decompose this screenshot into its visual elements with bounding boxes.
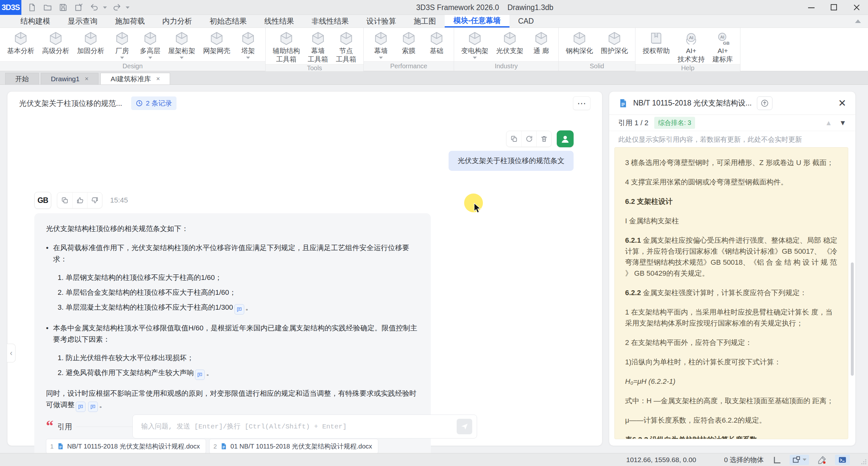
undo-dropdown-chevron-icon[interactable] (103, 6, 107, 9)
tab-close-icon[interactable]: × (156, 75, 160, 82)
ucs-axis-icon[interactable] (772, 455, 781, 464)
ribbon-group-label: Industry (454, 61, 558, 71)
doc-paragraph: 3 檩条选用冷弯薄壁型钢时，可采用槽形、Z 形或卷边 U 形 截面； (625, 157, 838, 168)
ai-closing: 同时，设计时应根据不影响正常使用和观感的原则，对变形限值进行相应的规定和适当调整… (46, 388, 419, 412)
send-button[interactable] (457, 419, 472, 434)
delete-button[interactable] (536, 131, 551, 146)
ribbon-item-curtain-wall[interactable]: 幕墙 (367, 30, 395, 60)
snap-tool-icon[interactable] (817, 455, 827, 464)
close-panel-icon[interactable]: ✕ (838, 97, 846, 109)
ribbon-item-cable-membrane[interactable]: 索膜 (395, 30, 423, 56)
maximize-button[interactable] (823, 0, 845, 15)
next-reference-icon[interactable]: ▼ (839, 119, 846, 127)
citation-marker[interactable] (195, 370, 205, 380)
citation-marker[interactable] (88, 402, 98, 412)
ribbon-item-license-help[interactable]: 授权帮助 (639, 30, 674, 56)
status-bar: 1012.66, 1559.68, 0.00 0 选择的物体 (0, 453, 868, 466)
command-line-button[interactable] (835, 455, 850, 465)
doc-paragraph: 6.2.1 金属支架柱应按偏心受压构件进行强度、整体稳定、局部 稳定计算，并应符… (625, 235, 838, 279)
doc-paragraph: 1 在支架结构平面内，当采用单柱时应按悬臂柱确定计算长 度，当采用支架结构体系时… (625, 307, 838, 329)
quote-bubble-icon (197, 372, 203, 378)
tab-drawing1[interactable]: Drawing1× (41, 73, 98, 85)
tab-ai-standard-library[interactable]: AI建筑标准库× (100, 73, 170, 85)
redo-button[interactable] (112, 2, 122, 13)
menu-linear-result[interactable]: 线性结果 (255, 15, 303, 28)
menu-design-check[interactable]: 设计验算 (358, 15, 405, 28)
citation-chips: 1 NB/T 10115-2018 光伏支架结构设计规程.docx 2 01 N… (46, 439, 419, 454)
bullet1-list: 单层钢支架结构的柱顶位移不应大于柱高的1/60； 单层铝合金支架结构的柱顶位移不… (58, 272, 419, 314)
citation-file-chip[interactable]: 2 01 NB/T 10115-2018 光伏支架结构设计规程.docx (209, 439, 378, 454)
menu-initial-state-result[interactable]: 初始态结果 (201, 15, 255, 28)
doc-nav-bar: 引用 1 / 2 综合排名: 3 ▲ ▼ (609, 115, 856, 131)
ribbon-item-advanced-analysis[interactable]: 高级分析 (38, 30, 73, 56)
selection-mode-button[interactable] (789, 455, 809, 465)
open-file-button[interactable] (42, 2, 53, 13)
scrollbar-thumb[interactable] (851, 262, 854, 376)
ribbon-item-roof-truss[interactable]: 屋架桁架 (164, 30, 199, 60)
undo-button[interactable] (89, 2, 100, 13)
ribbon-item-steel-detailing[interactable]: 钢构深化 (562, 30, 597, 56)
ribbon-item-reinforcement-analysis[interactable]: 加固分析 (73, 30, 108, 56)
save-button[interactable] (58, 2, 69, 13)
minimize-button[interactable] (800, 0, 823, 15)
ribbon-item-tower[interactable]: 塔架 (234, 30, 262, 60)
bullet-text: 本条中金属支架结构柱顶水平位移限值取值H/60，是根据近年来国内已建金属支架结构… (53, 322, 419, 345)
tab-close-icon[interactable]: × (85, 75, 89, 82)
ribbon-item-curtain-wall-toolbox[interactable]: 幕墙工具箱 (304, 30, 332, 64)
node-frame-icon (338, 30, 354, 46)
menu-cad[interactable]: CAD (509, 15, 543, 28)
menu-module-curtain-wall[interactable]: 模块-任意幕墙 (445, 15, 509, 28)
ribbon-item-envelope-detailing[interactable]: 围护深化 (597, 30, 632, 56)
open-source-button[interactable] (757, 96, 772, 110)
doc-heading: 6.2 支架柱设计 (625, 196, 838, 207)
ribbon: 基本分析 高级分析 加固分析 厂房 多高层 屋架桁架 网架网壳 塔架 Desig… (0, 28, 868, 71)
tab-start[interactable]: 开始 (5, 73, 39, 85)
ribbon-group-label: Performance (364, 61, 454, 71)
previous-reference-icon[interactable]: ▲ (825, 119, 832, 127)
list-item: 防止光伏组件在较大水平位移出现损坏； (58, 352, 419, 363)
more-button[interactable]: ⋯ (573, 96, 590, 110)
menu-apply-load[interactable]: 施加荷载 (106, 15, 154, 28)
redo-dropdown-chevron-icon[interactable] (126, 6, 129, 9)
menu-structure-modeling[interactable]: 结构建模 (12, 15, 59, 28)
app-logo[interactable]: 3D3S (0, 0, 21, 15)
ribbon-item-substation-frame[interactable]: 变电构架 (457, 30, 492, 60)
new-file-button[interactable] (27, 2, 37, 13)
thumbs-down-button[interactable] (87, 193, 102, 208)
ribbon-item-multi-highrise[interactable]: 多高层 (136, 30, 164, 60)
steel-joint-icon (571, 30, 588, 46)
ribbon-collapse-icon[interactable] (855, 20, 861, 23)
close-button[interactable] (845, 0, 868, 15)
menu-construction-drawing[interactable]: 施工图 (405, 15, 445, 28)
records-badge[interactable]: 2 条记录 (131, 96, 177, 110)
regenerate-button[interactable] (522, 131, 536, 146)
ribbon-item-pv-support[interactable]: 光伏支架 (492, 30, 527, 56)
chat-header: 光伏支架关于柱顶位移的规范... 2 条记录 ⋯ (7, 92, 602, 115)
ribbon-item-foundation[interactable]: 基础 (423, 30, 451, 56)
menu-internal-force-analysis[interactable]: 内力分析 (154, 15, 201, 28)
citation-marker[interactable] (76, 402, 86, 412)
copy-button[interactable] (57, 193, 72, 208)
ribbon-item-node-toolbox[interactable]: 节点工具箱 (332, 30, 360, 64)
message-timestamp: 15:45 (110, 196, 128, 204)
ribbon-item-workshop[interactable]: 厂房 (108, 30, 136, 60)
save-as-button[interactable] (73, 2, 84, 13)
ribbon-item-grid-shell[interactable]: 网架网壳 (199, 30, 234, 56)
ribbon-item-basic-analysis[interactable]: 基本分析 (3, 30, 38, 56)
dropdown-chevron-icon (148, 57, 152, 59)
ribbon-item-auxiliary-structure-toolbox[interactable]: 辅助结构工具箱 (269, 30, 304, 64)
question-input[interactable] (141, 423, 457, 430)
citation-marker[interactable] (235, 304, 244, 314)
list-item: 单层铝合金支架结构的柱顶位移不应大于柱高的1/60； (58, 287, 419, 298)
menu-nonlinear-result[interactable]: 非线性结果 (303, 15, 358, 28)
ribbon-item-gallery[interactable]: 通 廊 (527, 30, 555, 56)
copy-button[interactable] (506, 131, 522, 146)
menu-display-query[interactable]: 显示查询 (59, 15, 106, 28)
citation-file-chip[interactable]: 1 NB/T 10115-2018 光伏支架结构设计规程.docx (46, 439, 206, 454)
ribbon-item-ai-standard-library[interactable]: AI+建标库 (709, 30, 737, 64)
ribbon-item-ai-tech-support[interactable]: AI+技术支持 (674, 30, 709, 64)
thumbs-up-button[interactable] (72, 193, 87, 208)
curtain-wall-icon (310, 30, 326, 46)
resize-grip[interactable] (861, 459, 867, 465)
sidebar-collapse-tab[interactable]: ‹ (7, 344, 16, 362)
